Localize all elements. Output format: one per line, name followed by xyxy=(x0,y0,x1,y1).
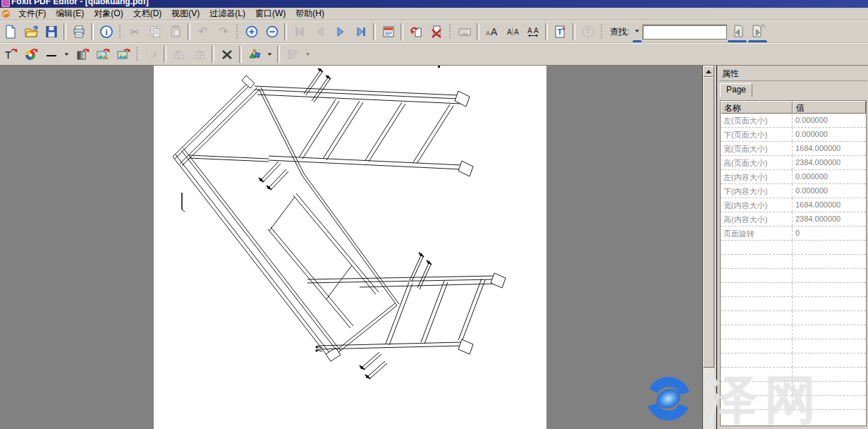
text-circle-button[interactable]: T xyxy=(578,23,597,42)
menu-item-object[interactable]: 对象(O) xyxy=(89,7,128,20)
edit-image-tool-button[interactable] xyxy=(93,45,112,64)
find-previous-button[interactable] xyxy=(728,22,747,42)
menu-item-window[interactable]: 窗口(W) xyxy=(250,7,291,20)
property-value[interactable]: 0.000000 xyxy=(793,170,866,183)
undo-button[interactable]: ↶ xyxy=(193,23,212,42)
select-object-button[interactable] xyxy=(142,45,161,64)
next-page-button[interactable] xyxy=(331,23,350,42)
toolbar-separator xyxy=(188,23,190,40)
svg-text:A: A xyxy=(491,26,498,37)
line-style-dropdown-button[interactable] xyxy=(62,45,71,64)
properties-panel: 属性 Page 名称 值 左(页面大小)0.000000下(页面大小)0.000… xyxy=(714,66,868,429)
delete-object-button[interactable] xyxy=(217,45,236,64)
first-page-button[interactable] xyxy=(290,23,309,42)
property-name xyxy=(721,255,793,268)
property-name xyxy=(721,241,793,254)
standard-toolbar: i✂↶↷AAAAAAT+T查找: xyxy=(0,20,868,43)
open-document-button[interactable] xyxy=(21,23,40,42)
property-name: 左(页面大小) xyxy=(721,114,793,127)
property-value[interactable]: 0 xyxy=(793,226,866,240)
toolbar-separator xyxy=(401,23,403,40)
tab-page[interactable]: Page xyxy=(720,83,752,97)
rotate-object-right-button[interactable] xyxy=(190,45,209,64)
redo-button[interactable]: ↷ xyxy=(214,23,233,42)
property-value[interactable]: 2384.000000 xyxy=(793,156,866,169)
scroll-up-button[interactable] xyxy=(703,66,714,77)
delete-page-button[interactable] xyxy=(427,23,446,42)
add-image-tool-button[interactable] xyxy=(114,45,133,64)
toolbar-separator xyxy=(164,46,166,63)
find-input[interactable] xyxy=(642,25,727,40)
property-row: 宽(页面大小)1684.000000 xyxy=(721,142,866,156)
select-object-icon xyxy=(145,47,159,61)
property-value[interactable]: 0.000000 xyxy=(793,128,866,141)
rotate-object-right-icon xyxy=(192,47,207,61)
menu-item-document[interactable]: 文档(D) xyxy=(128,7,167,20)
font-size-button[interactable]: AA xyxy=(482,23,501,42)
document-properties-button[interactable]: i xyxy=(97,23,116,42)
new-document-icon xyxy=(4,25,18,39)
save-document-button[interactable] xyxy=(42,23,61,42)
property-value[interactable]: 0.000000 xyxy=(793,114,866,127)
font-width-button[interactable]: AA xyxy=(523,23,542,42)
new-document-button[interactable] xyxy=(1,23,20,42)
add-text-button[interactable]: T+ xyxy=(551,23,570,42)
paste-button[interactable] xyxy=(166,23,185,42)
menu-item-help[interactable]: 帮助(H) xyxy=(291,7,329,20)
align-objects-icon xyxy=(286,47,300,61)
align-objects-button[interactable] xyxy=(283,45,302,64)
property-table: 名称 值 左(页面大小)0.000000下(页面大小)0.000000宽(页面大… xyxy=(720,100,867,426)
previous-page-button[interactable] xyxy=(310,23,329,42)
zoom-in-button[interactable] xyxy=(242,23,261,42)
first-page-icon xyxy=(293,25,307,39)
property-value[interactable]: 0.000000 xyxy=(793,184,866,198)
property-name xyxy=(721,368,793,381)
up-arrow-icon xyxy=(706,70,711,73)
toolbar-grip xyxy=(600,24,604,40)
property-name xyxy=(721,396,793,409)
menu-item-view[interactable]: 视图(V) xyxy=(166,7,204,20)
pdf-page[interactable] xyxy=(154,66,546,429)
font-pair-button[interactable]: AA xyxy=(503,23,522,42)
property-row-empty xyxy=(721,354,866,368)
add-image-tool-icon xyxy=(116,47,130,61)
property-value[interactable]: 1684.000000 xyxy=(793,142,866,155)
cut-button[interactable]: ✂ xyxy=(125,23,144,42)
svg-text:↷: ↷ xyxy=(219,25,228,37)
rotate-object-left-button[interactable] xyxy=(169,45,188,64)
rotate-page-button[interactable] xyxy=(406,23,425,42)
menu-item-filter[interactable]: 过滤器(L) xyxy=(204,7,250,20)
paste-icon xyxy=(169,25,183,39)
scrollbar-track[interactable] xyxy=(703,368,714,429)
foxit-app-icon xyxy=(1,9,11,18)
property-row-empty xyxy=(721,382,866,396)
scrollbar-thumb[interactable] xyxy=(703,77,714,368)
property-row: 高(内容大小)2384.000000 xyxy=(721,212,866,226)
shape-dropdown-button[interactable] xyxy=(265,45,274,64)
column-header-value: 值 xyxy=(793,101,866,114)
zoom-out-button[interactable] xyxy=(262,23,281,42)
menu-item-edit[interactable]: 编辑(E) xyxy=(51,7,89,20)
print-button[interactable] xyxy=(69,23,88,42)
text-circle-icon: T xyxy=(581,25,595,39)
svg-text:A: A xyxy=(486,30,490,37)
page-thumbnails-button[interactable] xyxy=(379,23,398,42)
insert-shape-button[interactable] xyxy=(245,45,264,64)
align-dropdown-button[interactable] xyxy=(303,45,312,64)
toolbar-separator xyxy=(373,23,376,40)
toolbar-grip xyxy=(236,24,239,40)
property-value[interactable]: 2384.000000 xyxy=(793,212,866,226)
color-tool-button[interactable] xyxy=(21,45,40,64)
menu-item-file[interactable]: 文件(F) xyxy=(13,7,51,20)
last-page-button[interactable] xyxy=(351,23,370,42)
keyboard-icon xyxy=(458,25,472,39)
find-next-button[interactable] xyxy=(748,22,767,42)
copy-button[interactable] xyxy=(145,23,164,42)
line-tool-button[interactable] xyxy=(42,45,61,64)
keyboard-button[interactable] xyxy=(455,23,474,42)
text-tool-button[interactable]: T xyxy=(1,45,20,64)
property-value[interactable]: 1684.000000 xyxy=(793,198,866,212)
shading-tool-button[interactable] xyxy=(73,45,92,64)
svg-text:i: i xyxy=(105,28,107,37)
find-dropdown-button[interactable] xyxy=(632,22,642,42)
